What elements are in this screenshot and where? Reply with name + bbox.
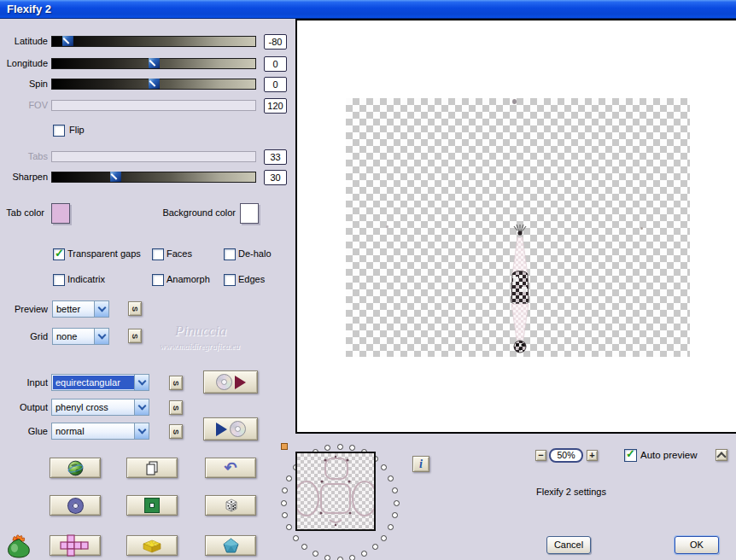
net-thumbnail[interactable] [295, 452, 376, 531]
spin-slider-thumb[interactable] [149, 79, 160, 89]
ring-dot[interactable] [349, 555, 355, 560]
preview-combo[interactable]: better [52, 300, 109, 318]
output-combo-value: phenyl cross [52, 400, 134, 415]
ring-dot[interactable] [324, 445, 330, 451]
ring-dot[interactable] [381, 535, 387, 541]
ring-dot[interactable] [392, 512, 398, 518]
copy-button[interactable] [126, 458, 178, 478]
torus-button[interactable] [50, 495, 101, 516]
ring-dot[interactable] [337, 557, 343, 560]
tab-color-label: Tab color [0, 207, 44, 219]
ring-dot[interactable] [286, 475, 292, 481]
random-button[interactable] [205, 495, 256, 516]
longitude-slider-thumb[interactable] [149, 58, 160, 68]
ring-dot[interactable] [394, 500, 400, 506]
spin-slider[interactable] [51, 79, 256, 90]
tabs-value[interactable]: 33 [264, 149, 287, 165]
ring-dot[interactable] [349, 445, 355, 451]
background-color-swatch[interactable] [240, 203, 259, 224]
latitude-label: Latitude [0, 36, 48, 47]
faces-checkbox[interactable] [152, 248, 164, 260]
latitude-slider-thumb[interactable] [62, 36, 73, 46]
title-bar[interactable]: Flexify 2 [0, 0, 736, 19]
longitude-value[interactable]: 0 [264, 56, 287, 72]
latitude-value[interactable]: -80 [264, 34, 287, 50]
indicatrix-checkbox[interactable] [53, 274, 65, 286]
ring-dot[interactable] [324, 555, 330, 560]
save-settings-button[interactable] [203, 370, 258, 394]
frame-button[interactable] [126, 495, 178, 516]
chevron-down-icon[interactable] [94, 329, 108, 344]
spin-label: Spin [0, 79, 48, 90]
transparent-gaps-checkbox[interactable] [53, 248, 65, 260]
anamorph-checkbox[interactable] [152, 274, 164, 286]
sharpen-slider-thumb[interactable] [110, 172, 121, 182]
info-button[interactable]: i [412, 456, 429, 472]
ring-dot[interactable] [281, 500, 287, 506]
output-combo[interactable]: phenyl cross [51, 399, 149, 416]
collapse-button[interactable] [716, 449, 727, 461]
lego-button[interactable] [126, 535, 178, 556]
collapse-icon [716, 452, 726, 461]
glue-combo[interactable]: normal [51, 423, 149, 440]
sharpen-label: Sharpen [0, 172, 48, 183]
ok-button[interactable]: OK [675, 536, 719, 554]
input-s-button[interactable]: S [169, 376, 183, 390]
input-combo-value: equirectangular [53, 376, 134, 389]
auto-preview-checkbox[interactable] [624, 449, 637, 462]
background-color-label: Background color [128, 207, 236, 219]
chevron-down-icon[interactable] [134, 400, 149, 415]
ring-dot[interactable] [392, 487, 398, 493]
play-right-blue-icon [216, 423, 227, 436]
edges-checkbox[interactable] [224, 274, 236, 286]
flip-label: Flip [69, 125, 85, 136]
load-settings-button[interactable] [203, 417, 258, 440]
lego-icon [142, 539, 162, 553]
spin-value[interactable]: 0 [264, 77, 287, 92]
undo-button[interactable]: ↶ [205, 458, 256, 478]
chevron-down-icon[interactable] [94, 301, 108, 317]
input-combo[interactable]: equirectangular [51, 374, 149, 391]
ring-dot[interactable] [388, 524, 394, 530]
ring-dot[interactable] [282, 487, 288, 493]
polyhedron-icon [223, 538, 239, 553]
zoom-out-button[interactable]: − [535, 450, 546, 461]
ring-dot[interactable] [337, 444, 343, 450]
sharpen-value[interactable]: 30 [264, 170, 287, 185]
cube-net-button[interactable] [50, 535, 101, 556]
zoom-in-button[interactable]: + [587, 450, 598, 461]
ring-dot[interactable] [313, 551, 318, 557]
ring-dot[interactable] [293, 535, 299, 541]
ring-dot[interactable] [388, 475, 394, 481]
tabs-slider [51, 151, 256, 162]
polyhedron-button[interactable] [205, 535, 256, 556]
planet-button[interactable] [50, 458, 101, 478]
ring-dot[interactable] [381, 464, 387, 470]
cancel-button[interactable]: Cancel [546, 536, 591, 554]
tab-color-swatch[interactable] [51, 203, 70, 224]
grid-combo[interactable]: none [52, 328, 109, 345]
glue-s-button[interactable]: S [169, 424, 183, 439]
ring-dot[interactable] [361, 551, 367, 557]
ring-dot[interactable] [372, 544, 378, 550]
latitude-slider[interactable] [51, 36, 256, 47]
ring-dot[interactable] [282, 512, 288, 518]
glue-marker[interactable] [281, 443, 288, 450]
longitude-label: Longitude [0, 58, 48, 69]
fov-value[interactable]: 120 [264, 98, 287, 114]
sharpen-slider[interactable] [51, 172, 256, 183]
tabs-label: Tabs [0, 151, 48, 162]
ring-dot[interactable] [301, 544, 307, 550]
flip-checkbox[interactable] [53, 125, 65, 137]
grid-combo-label: Grid [0, 331, 48, 342]
zoom-level: 50% [549, 448, 583, 463]
de-halo-checkbox[interactable] [224, 248, 236, 260]
preview-s-button[interactable]: S [128, 301, 142, 316]
image-speck [512, 99, 517, 104]
output-s-button[interactable]: S [169, 400, 183, 415]
glue-combo-value: normal [52, 423, 134, 439]
longitude-slider[interactable] [51, 58, 256, 69]
chevron-down-icon[interactable] [134, 375, 149, 390]
ring-dot[interactable] [286, 524, 292, 530]
chevron-down-icon[interactable] [134, 423, 149, 439]
